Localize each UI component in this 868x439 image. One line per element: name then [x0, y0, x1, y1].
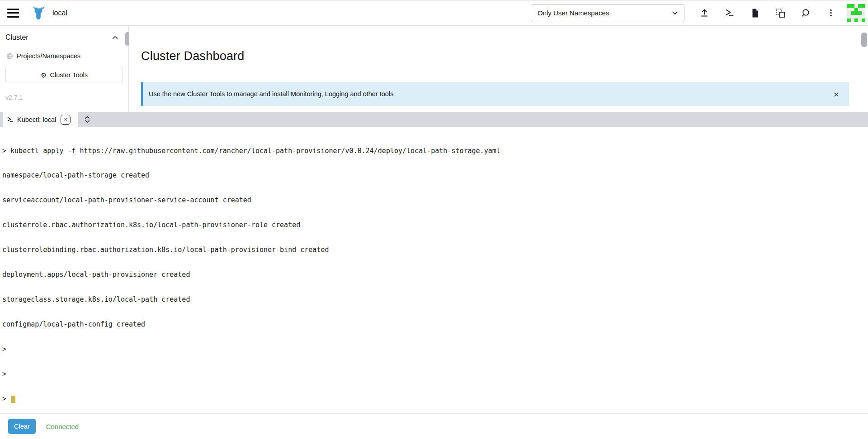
- unfold-more-icon: [84, 116, 90, 123]
- close-icon: ×: [834, 89, 839, 99]
- terminal-tab-bar: Kubectl: local ×: [0, 112, 868, 127]
- hamburger-menu-icon[interactable]: [7, 9, 19, 18]
- kubectl-terminal-panel: Kubectl: local × > kubectl apply -f http…: [0, 112, 868, 439]
- sidebar: Cluster Projects/Namespaces ⚙ Cluster To…: [0, 26, 129, 112]
- upload-button[interactable]: [692, 4, 717, 22]
- namespace-filter-value: Only User Namespaces: [538, 9, 609, 17]
- terminal-tab-close-button[interactable]: ×: [61, 115, 71, 125]
- terminal-line: clusterrole.rbac.authorization.k8s.io/lo…: [2, 221, 868, 229]
- terminal-footer: Clear Connected: [0, 413, 868, 439]
- info-banner: Use the new Cluster Tools to manage and …: [141, 82, 849, 106]
- terminal-line: storageclass.storage.k8s.io/local-path c…: [2, 295, 868, 304]
- kubectl-shell-icon: [724, 8, 735, 19]
- cluster-name: local: [52, 9, 67, 17]
- gear-icon: ⚙: [41, 72, 47, 79]
- rancher-logo-icon[interactable]: [32, 5, 46, 21]
- terminal-tab-label: Kubectl: local: [17, 116, 56, 123]
- banner-text: Use the new Cluster Tools to manage and …: [149, 90, 393, 98]
- terminal-prompt: >: [2, 395, 6, 403]
- file-button[interactable]: [742, 4, 768, 22]
- close-icon: ×: [64, 116, 67, 123]
- file-icon: [750, 8, 760, 19]
- terminal-line: serviceaccount/local-path-provisioner-se…: [2, 196, 868, 204]
- import-yaml-icon: [774, 7, 786, 19]
- kubectl-shell-button[interactable]: [717, 4, 742, 22]
- main-panel: Cluster Dashboard Use the new Cluster To…: [129, 26, 868, 112]
- import-yaml-button[interactable]: [768, 4, 793, 22]
- terminal-line: >: [2, 370, 868, 378]
- globe-icon: [6, 53, 13, 60]
- version-label: v2.7.1: [5, 94, 123, 101]
- terminal-prompt-line: >: [2, 395, 868, 403]
- sidebar-section-label: Cluster: [5, 33, 28, 42]
- terminal-cursor: [11, 396, 15, 403]
- terminal-expand-button[interactable]: [84, 116, 90, 123]
- top-header: local Only User Namespaces: [0, 0, 868, 26]
- upload-icon: [699, 8, 710, 19]
- terminal-line: > kubectl apply -f https://raw.githubuse…: [2, 147, 868, 155]
- shell-icon: [7, 116, 14, 123]
- user-avatar[interactable]: [847, 4, 865, 22]
- main-scrollbar-thumb[interactable]: [861, 33, 867, 47]
- kebab-menu-button[interactable]: [818, 4, 844, 22]
- banner-close-button[interactable]: ×: [831, 89, 842, 100]
- page-title: Cluster Dashboard: [141, 48, 849, 64]
- kebab-menu-icon: [826, 8, 836, 19]
- chevron-down-icon: [671, 9, 679, 17]
- search-icon: [800, 8, 811, 19]
- terminal-output[interactable]: > kubectl apply -f https://raw.githubuse…: [0, 127, 868, 413]
- content-area: Cluster Projects/Namespaces ⚙ Cluster To…: [0, 26, 868, 112]
- cluster-tools-button[interactable]: ⚙ Cluster Tools: [5, 67, 123, 83]
- sidebar-item-label: Projects/Namespaces: [17, 52, 80, 60]
- terminal-line: >: [2, 345, 868, 353]
- chevron-up-icon: [112, 34, 118, 41]
- namespace-filter-select[interactable]: Only User Namespaces: [531, 4, 684, 22]
- terminal-tab-kubectl-local[interactable]: Kubectl: local ×: [3, 112, 78, 127]
- terminal-line: configmap/local-path-config created: [2, 320, 868, 328]
- sidebar-item-projects-namespaces[interactable]: Projects/Namespaces: [5, 52, 123, 60]
- clear-button[interactable]: Clear: [8, 419, 36, 434]
- terminal-line: namespace/local-path-storage created: [2, 171, 868, 179]
- cluster-tools-label: Cluster Tools: [50, 71, 88, 79]
- terminal-line: deployment.apps/local-path-provisioner c…: [2, 271, 868, 279]
- connection-status: Connected: [46, 423, 79, 430]
- search-button[interactable]: [793, 4, 818, 22]
- sidebar-section-cluster[interactable]: Cluster: [5, 31, 123, 44]
- clear-button-label: Clear: [14, 423, 30, 430]
- terminal-line: clusterrolebinding.rbac.authorization.k8…: [2, 246, 868, 254]
